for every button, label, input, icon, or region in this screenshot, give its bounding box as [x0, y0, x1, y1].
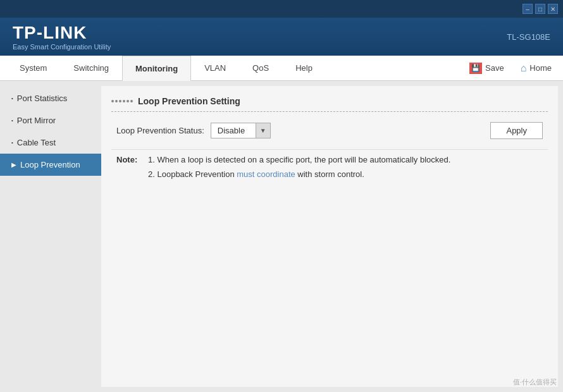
content-area: Loop Prevention Setting Loop Prevention …	[101, 86, 558, 387]
sidebar-item-label: Port Statistics	[17, 94, 67, 103]
note-2-text: 2. Loopback Prevention must coordinate w…	[148, 169, 364, 179]
logo-area: TP-LINK Easy Smart Configuration Utility	[13, 23, 111, 51]
watermark: 值·什么值得买	[513, 377, 557, 387]
tab-help[interactable]: Help	[282, 56, 326, 80]
note-1-content: When a loop is detected on a specific po…	[157, 155, 450, 164]
save-icon: 💾	[469, 63, 482, 74]
tab-monitoring[interactable]: Monitoring	[122, 56, 191, 81]
title-bar: – □ ✕	[0, 0, 563, 18]
tab-vlan[interactable]: VLAN	[191, 56, 239, 80]
close-button[interactable]: ✕	[548, 4, 558, 14]
sidebar-item-port-statistics[interactable]: • Port Statistics	[0, 87, 101, 109]
note-2-before: Loopback Prevention	[157, 169, 237, 179]
tab-system[interactable]: System	[6, 56, 60, 80]
window-controls[interactable]: – □ ✕	[523, 4, 558, 14]
nav-right: 💾 Save ⌂ Home	[464, 56, 563, 80]
note-label: Note:	[116, 155, 142, 164]
main-nav: System Switching Monitoring VLAN QoS Hel…	[0, 56, 563, 81]
arrow-icon: ▶	[11, 161, 16, 168]
sidebar: • Port Statistics • Port Mirror • Cable …	[0, 81, 101, 392]
sidebar-item-port-mirror[interactable]: • Port Mirror	[0, 109, 101, 132]
sidebar-item-label: Loop Prevention	[20, 160, 80, 169]
dot	[111, 100, 114, 102]
home-button[interactable]: ⌂ Home	[516, 60, 557, 77]
apply-button[interactable]: Apply	[490, 122, 543, 139]
save-label: Save	[485, 63, 504, 73]
select-value: Disable	[211, 123, 256, 138]
section-header: Loop Prevention Setting	[111, 96, 548, 112]
sidebar-item-cable-test[interactable]: • Cable Test	[0, 132, 101, 154]
bullet-icon: •	[11, 95, 13, 101]
tab-switching[interactable]: Switching	[60, 56, 122, 80]
dropdown-arrow-icon[interactable]: ▼	[256, 123, 270, 138]
note-2-number: 2.	[148, 169, 155, 179]
home-icon: ⌂	[521, 63, 527, 74]
sidebar-item-loop-prevention[interactable]: ▶ Loop Prevention	[0, 154, 101, 176]
bullet-icon: •	[11, 118, 13, 123]
save-button[interactable]: 💾 Save	[464, 60, 509, 77]
logo: TP-LINK	[13, 23, 111, 43]
minimize-button[interactable]: –	[523, 4, 533, 14]
maximize-button[interactable]: □	[535, 4, 545, 14]
form-row: Loop Prevention Status: Disable ▼ Apply	[111, 122, 548, 139]
note-1-number: 1.	[148, 155, 155, 164]
dot	[127, 100, 129, 102]
device-name: TL-SG108E	[507, 32, 550, 42]
home-label: Home	[529, 63, 552, 73]
note-1-text: 1. When a loop is detected on a specific…	[148, 155, 450, 164]
status-label: Loop Prevention Status:	[116, 126, 204, 135]
app-subtitle: Easy Smart Configuration Utility	[13, 43, 111, 51]
app-header: TP-LINK Easy Smart Configuration Utility…	[0, 18, 563, 56]
sidebar-item-label: Port Mirror	[17, 116, 56, 125]
tab-qos[interactable]: QoS	[239, 56, 282, 80]
dot	[123, 100, 125, 102]
dot	[115, 100, 118, 102]
section-dots	[111, 100, 133, 102]
note-row-2: 2. Loopback Prevention must coordinate w…	[116, 169, 543, 179]
dot	[119, 100, 121, 102]
notes-section: Note: 1. When a loop is detected on a sp…	[111, 149, 548, 189]
note-2-after: with storm control.	[295, 169, 364, 179]
note-row-1: Note: 1. When a loop is detected on a sp…	[116, 155, 543, 164]
sidebar-item-label: Cable Test	[17, 138, 56, 147]
main-layout: • Port Statistics • Port Mirror • Cable …	[0, 81, 563, 392]
section-title: Loop Prevention Setting	[138, 96, 240, 106]
status-select[interactable]: Disable ▼	[211, 123, 271, 138]
dot	[130, 100, 133, 102]
note-2-link: must coordinate	[237, 169, 295, 179]
bullet-icon: •	[11, 140, 13, 145]
